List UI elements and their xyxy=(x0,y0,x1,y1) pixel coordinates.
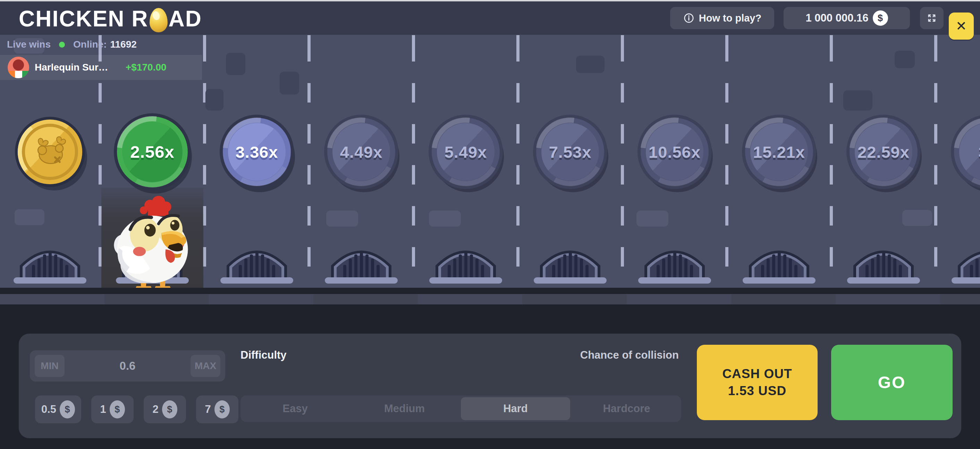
multiplier-4.49x: 4.49x xyxy=(327,118,395,186)
online-status-dot xyxy=(59,42,65,48)
top-bar: CHICKEN RAD How to play? 1 000 000.16 $ xyxy=(0,2,980,35)
close-icon: ✕ xyxy=(956,18,967,34)
sewer-grate xyxy=(638,239,711,284)
bet-max-button[interactable]: MAX xyxy=(191,355,220,377)
chicken-road-logo: CHICKEN RAD xyxy=(19,5,202,33)
bet-chip-row: 0.5$1$2$7$ xyxy=(35,395,239,423)
bet-amount-box: MIN 0.6 MAX xyxy=(30,350,225,382)
live-wins-label: Live wins xyxy=(7,39,51,50)
difficulty-tab-hardcore[interactable]: Hardcore xyxy=(572,395,681,422)
dollar-coin-icon: $ xyxy=(110,400,125,419)
road-patch xyxy=(14,209,45,225)
road-patch xyxy=(226,53,245,75)
difficulty-label: Difficulty xyxy=(240,349,286,361)
player-name: Harlequin Sur… xyxy=(35,62,126,73)
logo-text-left: CHICKEN R xyxy=(19,6,148,32)
road-patch xyxy=(429,211,461,227)
sewer-grate xyxy=(325,239,398,284)
road-patch xyxy=(326,211,358,227)
bet-chip-value: 2 xyxy=(152,403,158,415)
sewer-grate xyxy=(220,239,293,284)
multiplier-15.21x: 15.21x xyxy=(745,118,813,186)
sewer-grate xyxy=(534,239,606,284)
go-button[interactable]: GO xyxy=(831,345,953,420)
how-to-play-button[interactable]: How to play? xyxy=(670,7,774,29)
dollar-coin-icon: $ xyxy=(873,10,888,26)
road-patch xyxy=(843,90,872,110)
multiplier-5.49x: 5.49x xyxy=(432,118,500,186)
difficulty-tabs: EasyMediumHardHardcore xyxy=(240,395,681,422)
lane-divider xyxy=(307,35,310,288)
fullscreen-button[interactable] xyxy=(920,7,943,29)
lane-divider xyxy=(621,35,624,288)
dollar-coin-icon: $ xyxy=(60,400,75,419)
go-label: GO xyxy=(878,373,906,392)
bet-chip-value: 7 xyxy=(205,403,211,415)
sewer-grate xyxy=(951,239,980,284)
bet-amount-value[interactable]: 0.6 xyxy=(120,360,136,372)
balance-value: 1 000 000.16 xyxy=(805,12,868,24)
bet-chip-2[interactable]: 2$ xyxy=(144,395,186,423)
window-top-edge xyxy=(0,0,980,2)
control-panel: MIN 0.6 MAX 0.5$1$2$7$ Difficulty Chance… xyxy=(19,334,961,438)
lane-divider xyxy=(934,35,937,288)
difficulty-tab-medium[interactable]: Medium xyxy=(350,395,459,422)
online-label: Online: xyxy=(73,39,107,50)
lane-divider xyxy=(516,35,520,288)
bet-chip-7[interactable]: 7$ xyxy=(196,395,239,423)
multiplier-2.56x: 2.56x xyxy=(117,117,188,187)
chance-of-collision-label: Chance of collision xyxy=(571,349,679,361)
player-avatar xyxy=(8,57,29,78)
sewer-grate xyxy=(429,239,502,284)
dollar-coin-icon: $ xyxy=(215,400,230,419)
road-patch xyxy=(576,56,605,73)
road-curb xyxy=(0,288,980,294)
cash-out-button[interactable]: CASH OUT 1.53 USD xyxy=(697,345,818,420)
fullscreen-icon xyxy=(926,12,938,24)
cash-out-line1: CASH OUT xyxy=(722,367,792,382)
chicken-road-game: CHICKEN RAD How to play? 1 000 000.16 $ … xyxy=(0,0,980,449)
road-patch xyxy=(895,51,915,68)
multiplier-3.36x: 3.36x xyxy=(223,118,291,186)
live-win-notification: Harlequin Sur… +$170.00 xyxy=(0,55,202,80)
multiplier-34: 34 xyxy=(954,118,980,186)
win-amount: +$170.00 xyxy=(126,62,167,73)
chicken-character xyxy=(108,192,197,288)
sewer-grate xyxy=(14,239,86,284)
egg-logo-icon xyxy=(150,8,168,32)
close-button[interactable]: ✕ xyxy=(949,13,974,40)
bet-chip-1[interactable]: 1$ xyxy=(91,395,134,423)
online-count: 11692 xyxy=(110,39,137,50)
bet-chip-value: 0.5 xyxy=(41,403,56,415)
road-patch xyxy=(280,72,299,94)
multiplier-7.53x: 7.53x xyxy=(536,118,604,186)
road-sidewalk xyxy=(0,294,980,304)
difficulty-tab-easy[interactable]: Easy xyxy=(240,395,350,422)
balance-display[interactable]: 1 000 000.16 $ xyxy=(784,7,910,29)
live-wins-row: Live wins Online: 11692 xyxy=(7,39,137,50)
road-patch xyxy=(636,211,668,227)
collected-coin xyxy=(18,120,82,184)
logo-text-right: AD xyxy=(169,6,202,32)
sewer-grate xyxy=(743,239,816,284)
bet-chip-value: 1 xyxy=(100,403,106,415)
how-to-play-label: How to play? xyxy=(699,13,761,24)
multiplier-22.59x: 22.59x xyxy=(850,118,918,186)
bet-chip-0.5[interactable]: 0.5$ xyxy=(35,395,81,423)
info-icon xyxy=(683,12,695,24)
bet-min-button[interactable]: MIN xyxy=(35,355,65,377)
lane-divider xyxy=(830,35,833,288)
lane-divider xyxy=(203,35,206,288)
road-patch xyxy=(205,89,223,110)
sewer-grate xyxy=(847,239,920,284)
difficulty-tab-hard[interactable]: Hard xyxy=(461,397,570,420)
cash-out-line2: 1.53 USD xyxy=(728,383,786,399)
lane-divider xyxy=(412,35,415,288)
multiplier-10.56x: 10.56x xyxy=(641,118,709,186)
dollar-coin-icon: $ xyxy=(162,400,177,419)
road-patch xyxy=(902,210,932,226)
lane-divider xyxy=(725,35,729,288)
